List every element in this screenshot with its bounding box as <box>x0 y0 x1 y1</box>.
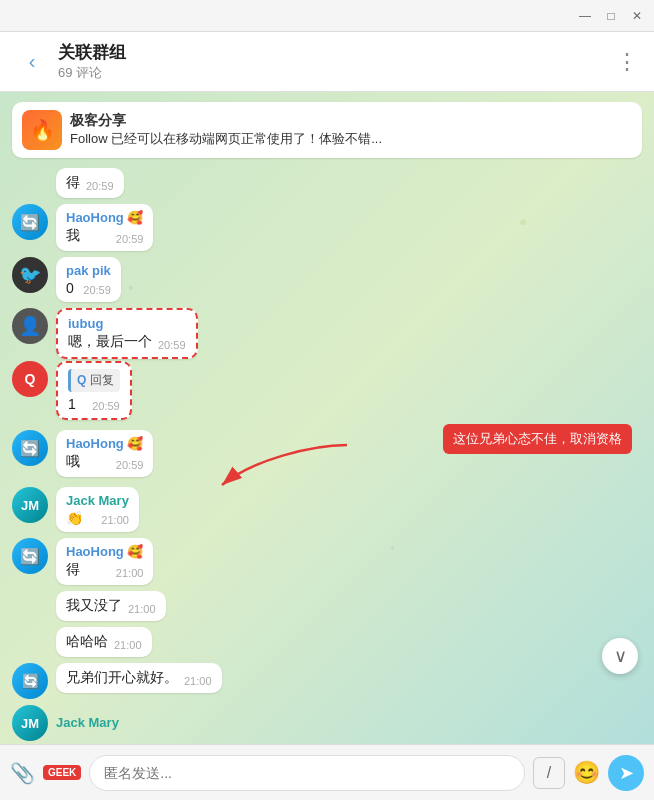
message-content: 嗯，最后一个 20:59 <box>68 333 186 351</box>
message-text: 嗯，最后一个 <box>68 333 152 351</box>
banner-icon: 🔥 <box>22 110 62 150</box>
message-time: 21:00 <box>114 639 142 651</box>
chat-header: ‹ 关联群组 69 评论 ⋮ <box>0 32 654 92</box>
avatar-q: Q <box>12 361 48 397</box>
send-button[interactable]: ➤ <box>608 755 644 791</box>
message-content: 哦 20:59 <box>66 453 143 471</box>
message-time: 20:59 <box>116 459 144 471</box>
avatar-jm: JM <box>12 487 48 523</box>
message-content: 我 20:59 <box>66 227 143 245</box>
message-bubble: iubug 嗯，最后一个 20:59 <box>56 308 198 359</box>
message-content: 0 20:59 <box>66 280 111 296</box>
message-input[interactable] <box>89 755 525 791</box>
reply-box: Q 回复 <box>68 369 120 392</box>
sender-name-bottom: Jack Mary <box>56 705 119 730</box>
banner-title: 极客分享 <box>70 112 382 130</box>
reply-label: Q <box>77 373 86 387</box>
message-bubble-reply: Q 回复 1 20:59 <box>56 361 132 420</box>
message-time: 20:59 <box>83 284 111 296</box>
message-row: 🐦 pak pik 0 20:59 <box>12 257 642 302</box>
message-bubble: 我又没了 21:00 <box>56 591 166 621</box>
message-text: 0 <box>66 280 74 296</box>
chat-title: 关联群组 <box>58 41 616 64</box>
more-options-button[interactable]: ⋮ <box>616 49 638 75</box>
avatar: 🔄 <box>12 204 48 240</box>
message-bubble: 哈哈哈 21:00 <box>56 627 152 657</box>
reply-text: 回复 <box>90 373 114 387</box>
header-info: 关联群组 69 评论 <box>58 41 616 82</box>
message-row: 哈哈哈 21:00 <box>12 627 642 657</box>
top-banner[interactable]: 🔥 极客分享 Follow 已经可以在移动端网页正常使用了！体验不错... <box>12 102 642 158</box>
sender-name: HaoHong 🥰 <box>66 544 143 559</box>
message-time: 21:00 <box>116 567 144 579</box>
emoji-button[interactable]: 😊 <box>573 760 600 786</box>
message-time: 21:00 <box>184 675 212 687</box>
scroll-down-button[interactable]: ∨ <box>602 638 638 674</box>
message-time: 20:59 <box>86 180 114 192</box>
message-row: Q Q 回复 1 20:59 <box>12 361 642 420</box>
message-row: 🔄 兄弟们开心就好。 21:00 <box>12 663 642 699</box>
chat-area: 🔥 极客分享 Follow 已经可以在移动端网页正常使用了！体验不错... 得 … <box>0 92 654 744</box>
message-content: 1 20:59 <box>68 396 120 412</box>
avatar: 🔄 <box>12 663 48 699</box>
geek-badge: GEEK <box>43 765 81 780</box>
input-bar: 📎 GEEK / 😊 ➤ <box>0 744 654 800</box>
message-content: 👏 21:00 <box>66 510 129 526</box>
message-time: 21:00 <box>101 514 129 526</box>
message-bubble: 得 20:59 <box>56 168 124 198</box>
message-row: 🔄 HaoHong 🥰 得 21:00 <box>12 538 642 585</box>
message-row: JM Jack Mary <box>12 705 642 741</box>
titlebar: — □ ✕ <box>0 0 654 32</box>
message-content: 得 20:59 <box>66 174 114 192</box>
message-time: 20:59 <box>92 400 120 412</box>
message-text: 得 <box>66 174 80 192</box>
sender-name: HaoHong 🥰 <box>66 210 143 225</box>
message-content: 兄弟们开心就好。 21:00 <box>66 669 212 687</box>
message-bubble: HaoHong 🥰 哦 20:59 <box>56 430 153 477</box>
back-button[interactable]: ‹ <box>16 46 48 78</box>
message-bubble: Jack Mary 👏 21:00 <box>56 487 139 532</box>
avatar-jm-bottom: JM <box>12 705 48 741</box>
message-bubble: HaoHong 🥰 得 21:00 <box>56 538 153 585</box>
message-text: 哦 <box>66 453 80 471</box>
sender-name: iubug <box>68 316 186 331</box>
slash-button[interactable]: / <box>533 757 565 789</box>
avatar: 🔄 <box>12 430 48 466</box>
message-row: JM Jack Mary 👏 21:00 <box>12 487 642 532</box>
banner-content: 极客分享 Follow 已经可以在移动端网页正常使用了！体验不错... <box>70 112 382 148</box>
message-bubble: 兄弟们开心就好。 21:00 <box>56 663 222 693</box>
message-bubble: HaoHong 🥰 我 20:59 <box>56 204 153 251</box>
annotated-message-container: 🔄 HaoHong 🥰 哦 20:59 这位兄弟心态不佳，取消资格 <box>12 430 642 477</box>
annotation-label: 这位兄弟心态不佳，取消资格 <box>443 424 632 454</box>
message-text: 👏 <box>66 510 83 526</box>
message-row: 👤 iubug 嗯，最后一个 20:59 <box>12 308 642 359</box>
sender-name: Jack Mary <box>66 493 129 508</box>
message-time: 20:59 <box>158 339 186 351</box>
attachment-button[interactable]: 📎 <box>10 761 35 785</box>
close-button[interactable]: ✕ <box>630 9 644 23</box>
message-text: 1 <box>68 396 76 412</box>
message-content: 得 21:00 <box>66 561 143 579</box>
avatar: 🐦 <box>12 257 48 293</box>
message-bubble: pak pik 0 20:59 <box>56 257 121 302</box>
message-text: 我又没了 <box>66 597 122 615</box>
sender-name: pak pik <box>66 263 111 278</box>
message-text: 我 <box>66 227 80 245</box>
minimize-button[interactable]: — <box>578 9 592 23</box>
message-text: 得 <box>66 561 80 579</box>
message-text: 哈哈哈 <box>66 633 108 651</box>
message-content: 我又没了 21:00 <box>66 597 156 615</box>
chat-subtitle: 69 评论 <box>58 64 616 82</box>
message-text: 兄弟们开心就好。 <box>66 669 178 687</box>
banner-text: Follow 已经可以在移动端网页正常使用了！体验不错... <box>70 130 382 148</box>
message-content: 哈哈哈 21:00 <box>66 633 142 651</box>
message-time: 20:59 <box>116 233 144 245</box>
message-row: 我又没了 21:00 <box>12 591 642 621</box>
sender-name: HaoHong 🥰 <box>66 436 143 451</box>
message-time: 21:00 <box>128 603 156 615</box>
message-row: 得 20:59 <box>12 168 642 198</box>
message-row: 🔄 HaoHong 🥰 我 20:59 <box>12 204 642 251</box>
avatar: 👤 <box>12 308 48 344</box>
maximize-button[interactable]: □ <box>604 9 618 23</box>
avatar: 🔄 <box>12 538 48 574</box>
